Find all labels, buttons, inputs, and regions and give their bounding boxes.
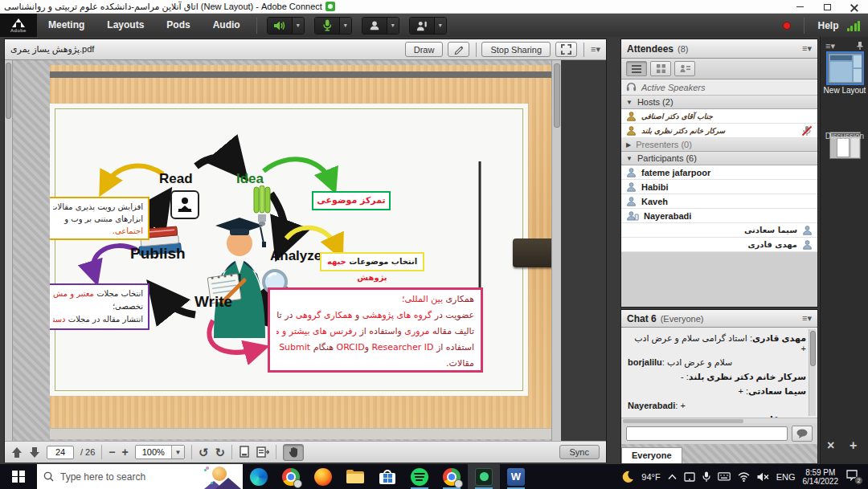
scrollbar-thumb[interactable] bbox=[810, 331, 816, 366]
rotate-left-button[interactable]: ↺ bbox=[199, 446, 209, 458]
action-center-button[interactable]: 2 bbox=[845, 470, 862, 484]
hosts-section-header[interactable]: ▼ Hosts (2) bbox=[621, 96, 817, 109]
list-view-button[interactable] bbox=[626, 61, 647, 76]
layouts-rail: ≡▾ New Layout Discussion × + bbox=[820, 37, 868, 464]
taskbar-file-explorer[interactable] bbox=[339, 464, 371, 489]
weather-moon-icon[interactable] bbox=[621, 471, 634, 483]
taskbar-chrome[interactable] bbox=[275, 464, 307, 489]
taskbar-spotify[interactable] bbox=[403, 464, 436, 489]
vertical-scrollbar-right[interactable] bbox=[551, 60, 561, 441]
status-view-button[interactable] bbox=[674, 61, 695, 76]
minimize-button[interactable] bbox=[786, 0, 813, 14]
maximize-button[interactable] bbox=[813, 0, 841, 14]
menu-pods[interactable]: Pods bbox=[155, 14, 201, 37]
taskbar-adobe-connect[interactable] bbox=[468, 464, 500, 489]
participant-row[interactable]: Habibi bbox=[621, 180, 817, 194]
stop-sharing-button[interactable]: Stop Sharing bbox=[481, 42, 551, 57]
previous-page-button[interactable] bbox=[11, 446, 23, 458]
chat-horizontal-scrollbar[interactable] bbox=[621, 418, 817, 423]
participant-row[interactable]: Nayerabadi bbox=[621, 209, 817, 223]
time-label: 8:59 PM bbox=[803, 468, 839, 477]
spotify-icon bbox=[411, 468, 428, 486]
raise-hand-button[interactable] bbox=[410, 18, 434, 34]
attendees-count: (8) bbox=[678, 44, 688, 54]
taskbar-edge[interactable] bbox=[243, 464, 275, 489]
presenters-section-header[interactable]: ▶ Presenters (0) bbox=[621, 138, 817, 152]
date-label: 6/14/2022 bbox=[803, 477, 839, 486]
participant-row[interactable]: مهدی قادری bbox=[621, 238, 817, 252]
language-indicator[interactable]: ENG bbox=[776, 472, 796, 482]
zoom-in-button[interactable]: + bbox=[122, 446, 129, 458]
send-message-button[interactable] bbox=[792, 426, 813, 442]
toolbar-divider bbox=[191, 445, 192, 459]
taskbar-firefox[interactable] bbox=[307, 464, 339, 489]
sync-button[interactable]: Sync bbox=[559, 445, 600, 459]
touch-keyboard-icon[interactable] bbox=[718, 472, 731, 482]
recording-indicator-icon[interactable] bbox=[783, 22, 791, 30]
taskbar-search[interactable]: Type here to search bbox=[37, 464, 243, 489]
status-dropdown[interactable]: ▾ bbox=[434, 18, 446, 34]
layouts-rail-menu-button[interactable]: ≡▾ bbox=[825, 41, 835, 51]
temperature-label[interactable]: 94°F bbox=[641, 472, 660, 482]
taskbar-word[interactable]: W bbox=[500, 464, 532, 489]
draw-button[interactable]: Draw bbox=[405, 42, 444, 57]
menu-audio[interactable]: Audio bbox=[202, 14, 252, 37]
host-row[interactable]: سرکار خانم دکتر نظری بلند bbox=[621, 124, 817, 138]
share-pod-menu-button[interactable]: ≡▾ bbox=[591, 45, 600, 54]
wifi-icon[interactable] bbox=[738, 472, 750, 482]
webcam-button[interactable] bbox=[362, 18, 387, 34]
tray-microphone-icon[interactable] bbox=[702, 471, 710, 483]
taskbar-store[interactable] bbox=[371, 464, 403, 489]
close-pod-icon[interactable]: × bbox=[827, 438, 834, 453]
chat-vertical-scrollbar[interactable] bbox=[809, 329, 816, 416]
speaker-button[interactable] bbox=[268, 18, 292, 34]
topics-box: انتخاب موضوعات جبهه پژوهش bbox=[320, 252, 424, 271]
layout-label-new-layout[interactable]: New Layout bbox=[821, 86, 868, 95]
speaker-dropdown[interactable]: ▾ bbox=[292, 18, 304, 34]
start-button[interactable] bbox=[0, 464, 37, 489]
zoom-select[interactable]: 100% ▼ bbox=[135, 445, 185, 459]
fullscreen-button[interactable] bbox=[555, 42, 577, 57]
participant-row[interactable]: سیما سعادتی bbox=[621, 223, 817, 238]
participants-section-header[interactable]: ▼ Participants (6) bbox=[621, 152, 817, 165]
fit-width-button[interactable] bbox=[256, 446, 269, 458]
connection-status-icon[interactable] bbox=[847, 20, 861, 31]
rotate-right-button[interactable]: ↻ bbox=[215, 446, 225, 458]
chat-tab-everyone[interactable]: Everyone bbox=[621, 447, 682, 463]
chat-pod-menu-button[interactable]: ≡▾ bbox=[802, 314, 812, 323]
clock[interactable]: 8:59 PM 6/14/2022 bbox=[803, 468, 839, 486]
close-button[interactable] bbox=[841, 0, 868, 14]
pan-tool-button[interactable] bbox=[283, 444, 304, 461]
attendees-pod-menu-button[interactable]: ≡▾ bbox=[802, 44, 812, 53]
add-pod-icon[interactable]: + bbox=[850, 438, 857, 453]
tray-chevron-icon[interactable] bbox=[668, 474, 677, 480]
tablet-icon[interactable] bbox=[684, 472, 695, 482]
status-control: ▾ bbox=[409, 17, 447, 35]
zoom-out-button[interactable]: − bbox=[108, 446, 115, 458]
menu-layouts[interactable]: Layouts bbox=[96, 14, 155, 37]
layout-label-discussion[interactable]: Discussion bbox=[821, 132, 868, 141]
pointer-tool-button[interactable] bbox=[448, 42, 469, 57]
scrollbar-thumb[interactable] bbox=[6, 63, 11, 119]
adobe-logo[interactable]: Adobe bbox=[0, 14, 37, 37]
breakout-view-button[interactable] bbox=[650, 61, 671, 76]
participant-row[interactable]: fateme jafarpoor bbox=[621, 165, 817, 180]
participant-row[interactable]: Kaveh bbox=[621, 194, 817, 209]
microphone-dropdown[interactable]: ▾ bbox=[339, 18, 351, 34]
fit-page-button[interactable] bbox=[239, 446, 250, 458]
next-page-button[interactable] bbox=[29, 446, 40, 458]
host-row[interactable]: جناب آقای دکتر اصنافی bbox=[621, 109, 817, 124]
menu-meeting[interactable]: Meeting bbox=[37, 14, 96, 37]
microphone-button[interactable] bbox=[315, 18, 339, 34]
volume-muted-icon[interactable] bbox=[757, 472, 769, 482]
layout-thumbnail-new-layout[interactable] bbox=[828, 53, 862, 84]
webcam-dropdown[interactable]: ▾ bbox=[387, 18, 399, 34]
help-menu[interactable]: Help bbox=[817, 20, 838, 31]
vertical-scrollbar-left[interactable] bbox=[5, 60, 13, 441]
zoom-dropdown-caret[interactable]: ▼ bbox=[171, 446, 184, 458]
scrollbar-thumb[interactable] bbox=[554, 63, 560, 128]
pin-icon[interactable] bbox=[856, 41, 864, 50]
taskbar-chrome-profile[interactable] bbox=[436, 464, 468, 489]
chat-message-input[interactable] bbox=[626, 426, 788, 441]
page-number-input[interactable] bbox=[47, 446, 74, 459]
